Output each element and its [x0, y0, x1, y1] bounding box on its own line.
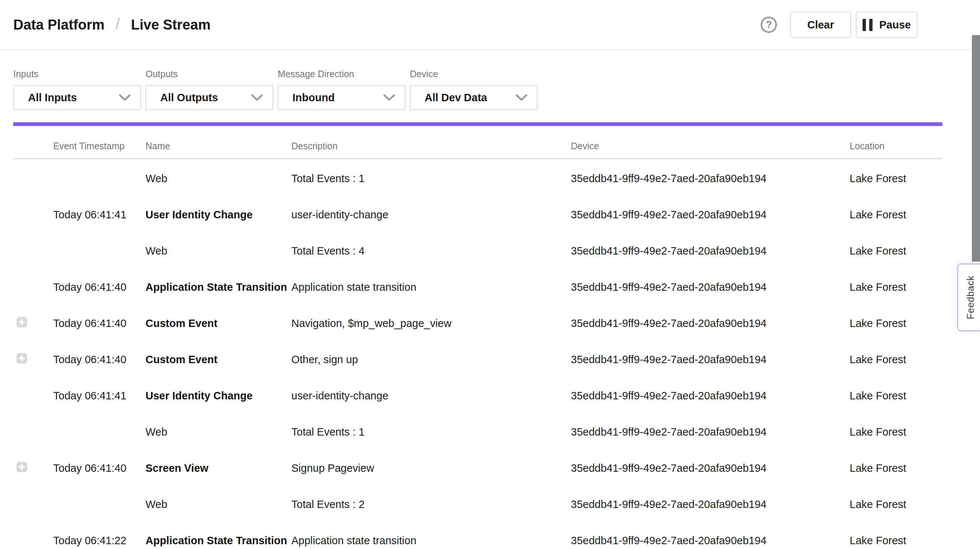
- event-description: Navigation, $mp_web_page_view: [291, 318, 571, 330]
- event-timestamp: Today 06:41:41: [53, 390, 145, 402]
- pause-button-label: Pause: [879, 19, 911, 31]
- chevron-down-icon: [251, 94, 263, 101]
- breadcrumb: Data Platform / Live Stream: [13, 16, 210, 34]
- outputs-dropdown[interactable]: All Outputs: [145, 85, 273, 110]
- event-description: Total Events : 4: [291, 245, 571, 257]
- event-timestamp: Today 06:41:40: [53, 354, 145, 366]
- live-stream-page: Data Platform / Live Stream ? Clear Paus…: [0, 0, 980, 549]
- outputs-dropdown-value: All Outputs: [160, 92, 218, 104]
- filter-outputs-label: Outputs: [145, 69, 273, 80]
- event-location: Lake Forest: [850, 535, 942, 547]
- event-name: Custom Event: [145, 354, 291, 366]
- filter-device: Device All Dev Data: [410, 69, 538, 110]
- event-description: Total Events : 2: [291, 498, 571, 511]
- event-description: user-identity-change: [291, 209, 571, 221]
- event-name: Web: [145, 498, 291, 511]
- event-device-id: 35eddb41-9ff9-49e2-7aed-20afa90eb194: [571, 354, 850, 366]
- expand-cell: [13, 389, 53, 402]
- event-device-id: 35eddb41-9ff9-49e2-7aed-20afa90eb194: [571, 535, 850, 547]
- scrollbar[interactable]: [972, 35, 980, 262]
- table-row: Web Total Events : 2 35eddb41-9ff9-49e2-…: [13, 486, 942, 522]
- feedback-tab[interactable]: Feedback: [957, 263, 980, 331]
- stream-progress-bar: [13, 122, 942, 126]
- chevron-down-icon: [515, 94, 527, 101]
- filter-device-label: Device: [410, 69, 538, 80]
- event-description: Signup Pageview: [291, 462, 571, 474]
- event-name: Custom Event: [145, 318, 291, 330]
- column-header-device: Device: [571, 141, 850, 152]
- event-location: Lake Forest: [850, 318, 942, 330]
- event-device-id: 35eddb41-9ff9-49e2-7aed-20afa90eb194: [571, 462, 850, 474]
- message-direction-dropdown[interactable]: Inbound: [278, 85, 406, 110]
- expand-cell: [13, 244, 53, 257]
- breadcrumb-data-platform[interactable]: Data Platform: [13, 17, 105, 33]
- event-name: Application State Transition: [145, 281, 291, 293]
- feedback-tab-label: Feedback: [965, 276, 976, 319]
- table-row: Today 06:41:40 Custom Event Navigation, …: [13, 305, 942, 342]
- table-header-row: Event Timestamp Name Description Device …: [13, 126, 942, 159]
- event-timestamp: Today 06:41:40: [53, 462, 145, 474]
- event-location: Lake Forest: [850, 354, 942, 366]
- events-table: Event Timestamp Name Description Device …: [0, 126, 980, 549]
- event-description: Other, sign up: [291, 354, 571, 366]
- breadcrumb-live-stream: Live Stream: [131, 17, 210, 33]
- event-device-id: 35eddb41-9ff9-49e2-7aed-20afa90eb194: [571, 318, 850, 330]
- expand-cell: [13, 281, 53, 294]
- breadcrumb-separator-icon: /: [116, 15, 120, 33]
- filter-message-direction: Message Direction Inbound: [278, 69, 406, 110]
- event-location: Lake Forest: [850, 498, 942, 511]
- table-row: Today 06:41:40 Application State Transit…: [13, 269, 942, 305]
- pause-button[interactable]: Pause: [856, 11, 918, 38]
- event-device-id: 35eddb41-9ff9-49e2-7aed-20afa90eb194: [571, 172, 850, 185]
- table-row: Today 06:41:40 Custom Event Other, sign …: [13, 342, 942, 378]
- expand-row-button[interactable]: [17, 462, 27, 472]
- event-name: User Identity Change: [145, 390, 291, 402]
- table-row: Today 06:41:22 Application State Transit…: [13, 522, 942, 549]
- event-device-id: 35eddb41-9ff9-49e2-7aed-20afa90eb194: [571, 245, 850, 257]
- clear-button[interactable]: Clear: [790, 11, 851, 38]
- event-timestamp: Today 06:41:40: [53, 281, 145, 293]
- column-header-event-timestamp: Event Timestamp: [53, 141, 145, 152]
- inputs-dropdown-value: All Inputs: [28, 92, 77, 104]
- expand-row-button[interactable]: [17, 353, 27, 364]
- event-timestamp: Today 06:41:41: [53, 209, 145, 221]
- table-row: Today 06:41:41 User Identity Change user…: [13, 196, 942, 233]
- chevron-down-icon: [383, 94, 395, 101]
- event-location: Lake Forest: [850, 172, 942, 185]
- inputs-dropdown[interactable]: All Inputs: [13, 85, 141, 110]
- event-device-id: 35eddb41-9ff9-49e2-7aed-20afa90eb194: [571, 209, 850, 221]
- event-name: Web: [145, 426, 291, 438]
- column-header-name: Name: [145, 141, 291, 152]
- header-actions: ? Clear Pause: [760, 11, 918, 38]
- event-location: Lake Forest: [850, 462, 942, 474]
- device-dropdown-value: All Dev Data: [425, 92, 487, 104]
- filters-bar: Inputs All Inputs Outputs All Outputs Me…: [0, 50, 980, 110]
- filter-inputs: Inputs All Inputs: [13, 69, 141, 110]
- table-body: Web Total Events : 1 35eddb41-9ff9-49e2-…: [13, 160, 942, 549]
- event-description: Total Events : 1: [291, 426, 571, 438]
- expand-cell: [13, 534, 53, 547]
- pause-icon: [862, 19, 873, 31]
- filter-outputs: Outputs All Outputs: [145, 69, 273, 110]
- expand-cell: [13, 353, 53, 366]
- table-row: Today 06:41:41 User Identity Change user…: [13, 378, 942, 414]
- event-location: Lake Forest: [850, 390, 942, 402]
- event-timestamp: Today 06:41:40: [53, 318, 145, 330]
- help-icon[interactable]: ?: [760, 17, 777, 33]
- event-description: Total Events : 1: [291, 172, 571, 185]
- event-description: Application state transition: [291, 535, 571, 547]
- table-row: Web Total Events : 1 35eddb41-9ff9-49e2-…: [13, 414, 942, 450]
- chevron-down-icon: [119, 94, 131, 101]
- expand-cell: [13, 462, 53, 475]
- column-header-location: Location: [850, 141, 942, 152]
- page-header: Data Platform / Live Stream ? Clear Paus…: [0, 0, 980, 50]
- filter-inputs-label: Inputs: [13, 69, 141, 80]
- device-dropdown[interactable]: All Dev Data: [410, 85, 538, 110]
- event-description: user-identity-change: [291, 390, 571, 402]
- table-row: Web Total Events : 1 35eddb41-9ff9-49e2-…: [13, 160, 942, 196]
- message-direction-dropdown-value: Inbound: [293, 92, 334, 104]
- expand-row-button[interactable]: [17, 317, 27, 327]
- event-name: Screen View: [145, 462, 291, 474]
- event-description: Application state transition: [291, 281, 571, 293]
- table-row: Today 06:41:40 Screen View Signup Pagevi…: [13, 450, 942, 486]
